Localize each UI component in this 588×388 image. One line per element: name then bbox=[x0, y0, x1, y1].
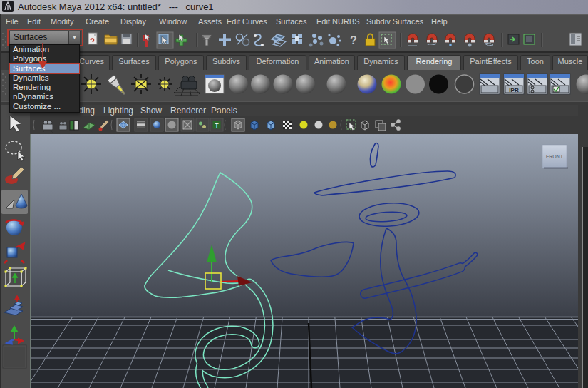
svg-text:?: ? bbox=[350, 34, 357, 46]
svg-text:FRONT: FRONT bbox=[546, 154, 564, 159]
svg-text:IPR: IPR bbox=[509, 87, 519, 93]
svg-text:T: T bbox=[215, 122, 219, 129]
